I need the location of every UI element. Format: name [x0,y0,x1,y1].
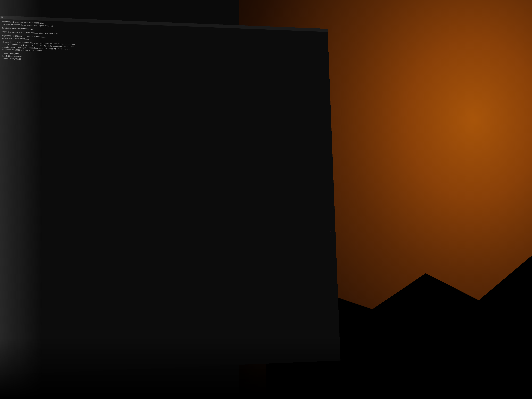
cmd-window: C:\ Microsoft Windows [Version 10.0.1629… [0,16,340,375]
photo-container: to read ( Princ : Su C:\ Microsoft Windo… [0,0,532,399]
cmd-content[interactable]: Microsoft Windows [Version 10.0.16299.12… [0,19,340,375]
pink-artifact-dot [330,231,331,232]
cmd-icon: C:\ [1,17,3,18]
